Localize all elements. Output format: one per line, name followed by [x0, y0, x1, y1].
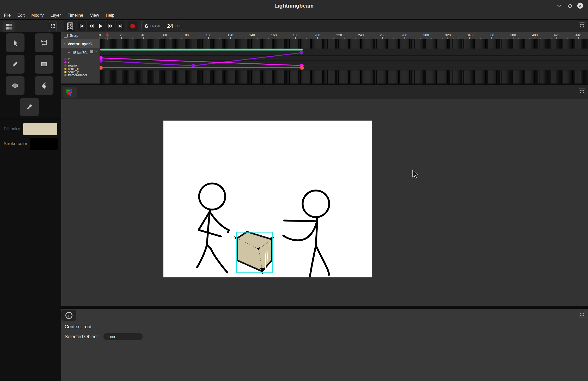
minimize-button[interactable] — [557, 0, 561, 11]
paint-bucket-tool-button[interactable] — [35, 76, 53, 95]
pencil-tool-button[interactable] — [6, 55, 24, 74]
menu-item-file[interactable]: File — [1, 13, 14, 18]
ruler-ticks: 0204060801001201401601802002202402602803… — [100, 32, 588, 39]
select-tool-button[interactable] — [6, 33, 24, 52]
skip-to-start-icon — [79, 24, 84, 28]
playhead-line — [107, 35, 108, 40]
ruler-tick-major — [469, 37, 470, 39]
cursor-icon — [11, 39, 19, 47]
property-color-dot — [64, 64, 66, 67]
sidebar-fullscreen-button[interactable] — [49, 21, 57, 31]
canvas-artwork — [163, 121, 372, 277]
keyframe-x[interactable] — [300, 51, 303, 55]
ruler-tick-major — [578, 37, 579, 39]
eyedropper-tool-button[interactable] — [20, 98, 39, 116]
property-label: y — [68, 61, 70, 64]
snap-checkbox[interactable] — [64, 34, 68, 38]
collapse-triangle-icon[interactable] — [63, 43, 66, 45]
grid-icon — [6, 24, 12, 29]
layer-extent-bar[interactable] — [100, 49, 303, 51]
fullscreen-icon — [580, 313, 584, 316]
drawing-canvas[interactable] — [163, 121, 372, 277]
timeline-ruler[interactable]: Snap 02040608010012014016018020022024026… — [61, 32, 588, 39]
canvas-fullscreen-button[interactable] — [579, 88, 585, 95]
menu-item-view[interactable]: View — [87, 13, 102, 18]
rectangle-tool-button[interactable] — [35, 55, 53, 74]
record-button[interactable] — [127, 21, 138, 31]
ruler-tick-label: 440 — [575, 33, 581, 37]
animation-curves[interactable] — [100, 39, 588, 84]
ruler-tick-label: 340 — [467, 33, 473, 37]
eyedropper-icon — [26, 103, 33, 111]
property-label: scale_y — [68, 70, 79, 74]
diamond-icon — [567, 3, 572, 8]
property-row-scale_x[interactable]: scale_x — [64, 67, 79, 70]
keyframe-frameNumber[interactable] — [300, 66, 304, 70]
fps-value: 24 — [167, 23, 173, 29]
layer-curve-toggle[interactable]: ~ — [94, 50, 98, 53]
playhead[interactable] — [106, 32, 109, 36]
rewind-button[interactable] — [87, 21, 96, 31]
fast-forward-icon — [108, 24, 113, 28]
skip-to-start-button[interactable] — [77, 21, 87, 31]
ellipse-tool-button[interactable] — [6, 76, 24, 95]
property-color-dot — [64, 68, 66, 70]
menu-item-timeline[interactable]: Timeline — [64, 13, 87, 18]
layer-row-vectorlayer[interactable]: VectorLayer [L] — [61, 39, 100, 48]
menu-item-edit[interactable]: Edit — [14, 13, 28, 18]
ruler-tick-major — [513, 37, 513, 39]
ruler-tick-major — [230, 37, 231, 39]
info-fullscreen-button[interactable] — [579, 311, 585, 318]
transform-tool-button[interactable] — [35, 33, 53, 52]
property-row-frameNumber[interactable]: frameNumber — [64, 74, 87, 77]
film-library-button[interactable] — [64, 21, 76, 32]
selected-object-field[interactable]: box — [103, 333, 143, 340]
property-row-scale_y[interactable]: scale_y — [64, 70, 79, 74]
layer-visibility-toggle[interactable] — [90, 50, 93, 53]
stick-figure-left[interactable] — [197, 183, 229, 272]
menu-item-layer[interactable]: Layer — [47, 13, 64, 18]
ruler-tick-major — [448, 37, 448, 39]
canvas-header — [61, 85, 588, 99]
property-row-y[interactable]: y — [64, 61, 70, 64]
record-icon — [130, 24, 135, 28]
keyframe-x[interactable] — [192, 64, 195, 68]
window-title: Lightningbeam — [0, 0, 588, 11]
frame-fps-box[interactable]: 6 FRAME 24 FPS — [142, 21, 182, 31]
keyframe-frameNumber[interactable] — [100, 66, 103, 70]
property-row-x[interactable]: x — [64, 58, 70, 61]
fill-color-swatch[interactable] — [23, 123, 57, 135]
ruler-tick-label: 320 — [445, 33, 451, 37]
maximize-button[interactable] — [568, 0, 572, 11]
ellipse-icon — [11, 82, 19, 90]
ruler-tick-label: 60 — [163, 33, 167, 37]
ruler-tick-major — [339, 37, 339, 39]
ruler-tick-label: 120 — [228, 33, 233, 37]
selected-box[interactable] — [234, 232, 274, 274]
ruler-tick-major — [404, 37, 405, 39]
info-button[interactable]: i — [61, 310, 76, 321]
menu-item-modify[interactable]: Modify — [28, 13, 47, 18]
mouse-cursor — [412, 170, 419, 179]
timeline-fullscreen-button[interactable] — [579, 22, 585, 29]
play-icon — [99, 24, 103, 28]
apps-grid-button[interactable] — [3, 21, 15, 32]
keyframe-y[interactable] — [100, 56, 103, 60]
menu-item-help[interactable]: Help — [102, 13, 118, 18]
property-label: x — [68, 58, 70, 61]
play-button[interactable] — [96, 21, 106, 31]
stick-figure-right[interactable] — [283, 190, 329, 277]
layer-row-object[interactable]: 151ad70a... — [68, 51, 91, 55]
collapse-triangle-icon[interactable] — [68, 52, 70, 54]
skip-to-end-button[interactable] — [115, 21, 125, 31]
fill-color-label: Fill color: — [4, 126, 21, 132]
scene-art-button[interactable] — [63, 87, 77, 98]
close-button[interactable]: × — [577, 0, 583, 11]
stroke-color-swatch[interactable] — [30, 138, 58, 150]
frame-value: 6 — [145, 23, 148, 29]
fast-forward-button[interactable] — [106, 21, 115, 31]
layer-children-panel: 151ad70a... ~ xyrotationscale_xscale_yfr… — [61, 48, 100, 84]
rewind-icon — [89, 24, 94, 28]
ruler-tick-major — [426, 37, 426, 39]
property-row-rotation[interactable]: rotation — [64, 64, 78, 67]
